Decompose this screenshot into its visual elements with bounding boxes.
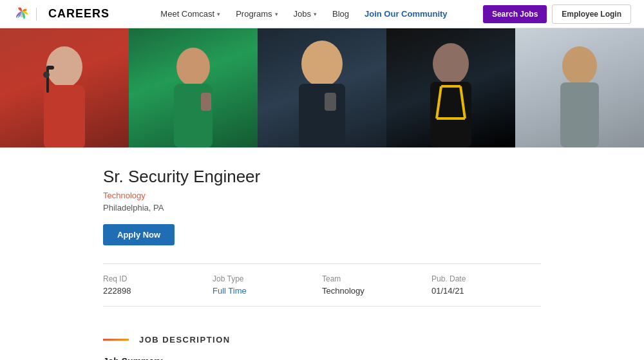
svg-point-12 (433, 43, 469, 84)
subsection-job-summary-title: Job Summary (103, 356, 541, 360)
logo-area[interactable]: CAREERS (13, 5, 109, 23)
nav-blog-label: Blog (332, 9, 349, 19)
nav-programs-chevron-icon: ▾ (275, 11, 278, 17)
meta-job-type-value: Full Time (213, 286, 322, 296)
svg-point-9 (301, 41, 343, 87)
navbar-actions: Search Jobs Employee Login (483, 5, 631, 24)
svg-rect-10 (299, 84, 345, 147)
svg-rect-4 (46, 66, 54, 70)
nav-community-link[interactable]: Join Our Community (358, 5, 454, 23)
section-line-decoration (103, 339, 129, 341)
nav-programs-label: Programs (236, 9, 272, 19)
job-title: Sr. Security Engineer (103, 167, 541, 187)
navbar: CAREERS Meet Comcast ▾ Programs ▾ Jobs ▾… (0, 0, 644, 28)
meta-req-id: Req ID 222898 (103, 274, 213, 296)
svg-rect-2 (44, 85, 85, 147)
meta-req-id-value: 222898 (103, 286, 213, 296)
meta-req-id-label: Req ID (103, 274, 213, 283)
brand-name: CAREERS (48, 7, 109, 21)
hero-person-2-icon (129, 28, 258, 147)
main-nav: Meet Comcast ▾ Programs ▾ Jobs ▾ Blog Jo… (125, 5, 483, 23)
apply-now-button[interactable]: Apply Now (103, 224, 175, 245)
svg-rect-3 (46, 67, 49, 93)
hero-person-3-icon (258, 28, 386, 147)
nav-jobs-chevron-icon: ▾ (314, 11, 317, 17)
search-jobs-button[interactable]: Search Jobs (483, 5, 547, 23)
hero-person-4-icon (386, 28, 515, 147)
nav-jobs-label: Jobs (294, 9, 311, 19)
nav-blog[interactable]: Blog (326, 5, 355, 23)
hero-person-1-icon (0, 28, 129, 147)
hero-banner (0, 28, 644, 147)
svg-rect-8 (201, 93, 211, 111)
svg-rect-19 (560, 82, 599, 147)
section-header: JOB DESCRIPTION (103, 335, 541, 345)
job-detail: Sr. Security Engineer Technology Philade… (0, 147, 644, 335)
meta-job-type-label: Job Type (213, 274, 322, 283)
hero-panel-4 (386, 28, 515, 147)
meta-pub-date-label: Pub. Date (431, 274, 541, 283)
nav-community-label: Join Our Community (365, 9, 448, 19)
job-description-section: JOB DESCRIPTION Job Summary Responsible … (0, 335, 644, 360)
logo-divider (36, 8, 37, 21)
meta-team-label: Team (322, 274, 431, 283)
nav-jobs[interactable]: Jobs ▾ (287, 5, 323, 23)
meta-team: Team Technology (322, 274, 431, 296)
meta-team-value: Technology (322, 286, 431, 296)
nav-meet-comcast[interactable]: Meet Comcast ▾ (154, 5, 227, 23)
hero-panel-2 (129, 28, 258, 147)
job-location: Philadelphia, PA (103, 203, 541, 213)
hero-panel-5 (515, 28, 644, 147)
meta-pub-date-value: 01/14/21 (431, 286, 541, 296)
nav-meet-comcast-label: Meet Comcast (160, 9, 214, 19)
hero-panel-3 (258, 28, 386, 147)
nav-programs[interactable]: Programs ▾ (229, 5, 284, 23)
meta-pub-date: Pub. Date 01/14/21 (431, 274, 541, 296)
section-title: JOB DESCRIPTION (139, 335, 231, 345)
comcast-logo-icon (13, 5, 31, 23)
job-team: Technology (103, 191, 541, 200)
svg-rect-11 (325, 93, 336, 111)
hero-panel-1 (0, 28, 129, 147)
employee-login-button[interactable]: Employee Login (552, 5, 631, 24)
svg-point-5 (43, 71, 50, 78)
svg-point-18 (562, 46, 597, 85)
meta-job-type: Job Type Full Time (213, 274, 322, 296)
job-meta: Req ID 222898 Job Type Full Time Team Te… (103, 263, 541, 307)
hero-person-5-icon (515, 28, 644, 147)
nav-meet-comcast-chevron-icon: ▾ (217, 11, 220, 17)
svg-point-6 (176, 48, 210, 86)
